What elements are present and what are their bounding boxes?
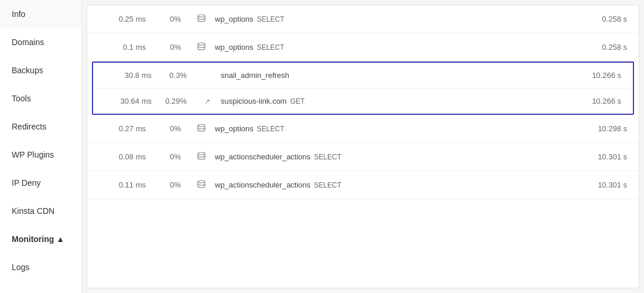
cell-query: snail_admin_refresh [216, 71, 568, 80]
cell-query: suspicious-link.comGET [216, 97, 568, 105]
cell-duration: 10.298 s [574, 124, 627, 133]
cell-duration: 10.301 s [574, 152, 627, 161]
sidebar-item-ip-deny[interactable]: IP Deny [0, 169, 81, 197]
svg-point-1 [198, 43, 205, 45]
query-name: wp_options [215, 15, 254, 23]
cell-percent: 0% [157, 152, 193, 161]
query-keyword: GET [290, 97, 305, 105]
sidebar-item-monitoring[interactable]: Monitoring ▲ [0, 225, 81, 253]
highlighted-group: 30.8 ms0.3%snail_admin_refresh10.266 s30… [92, 62, 634, 115]
db-icon [193, 42, 210, 53]
table-row: 30.8 ms0.3%snail_admin_refresh10.266 s [93, 63, 633, 88]
query-keyword: SELECT [314, 153, 341, 161]
cell-time: 0.11 ms [99, 180, 157, 189]
sidebar-item-info[interactable]: Info [0, 0, 81, 28]
cell-time: 30.64 ms [105, 97, 163, 105]
svg-point-4 [198, 180, 205, 183]
cell-time: 30.8 ms [105, 71, 163, 80]
cell-percent: 0.3% [163, 71, 198, 80]
table-row: 0.08 ms0%wp_actionscheduler_actionsSELEC… [87, 143, 639, 171]
table-row: 30.64 ms0.29%↗suspicious-link.comGET10.2… [93, 88, 633, 114]
table-row: 0.11 ms0%wp_actionscheduler_actionsSELEC… [87, 171, 639, 199]
sidebar-item-domains[interactable]: Domains [0, 28, 81, 56]
cell-duration: 0.258 s [574, 15, 627, 23]
svg-point-2 [198, 124, 205, 127]
cell-percent: 0% [157, 15, 193, 23]
cell-query: wp_optionsSELECT [210, 43, 574, 52]
cell-query: wp_actionscheduler_actionsSELECT [210, 152, 574, 161]
sidebar-item-kinsta-cdn[interactable]: Kinsta CDN [0, 197, 81, 225]
main-content: 0.25 ms0%wp_optionsSELECT0.258 s0.1 ms0%… [87, 5, 639, 288]
query-name: wp_options [215, 43, 254, 52]
db-icon [193, 151, 210, 162]
cell-percent: 0% [157, 43, 193, 52]
arrow-icon: ↗ [198, 97, 216, 105]
query-keyword: SELECT [257, 15, 285, 23]
svg-point-3 [198, 152, 205, 155]
query-keyword: SELECT [314, 181, 341, 189]
cell-time: 0.27 ms [99, 124, 157, 133]
cell-duration: 10.301 s [574, 180, 627, 189]
cell-time: 0.08 ms [99, 152, 157, 161]
cell-duration: 10.266 s [568, 71, 621, 80]
sidebar-item-wp-plugins[interactable]: WP Plugins [0, 141, 81, 169]
cell-percent: 0% [157, 180, 193, 189]
cell-query: wp_optionsSELECT [210, 124, 574, 133]
table-row: 0.25 ms0%wp_optionsSELECT0.258 s [87, 5, 639, 33]
db-icon [193, 179, 210, 190]
query-name: suspicious-link.com [221, 97, 287, 105]
cell-duration: 10.266 s [568, 97, 621, 105]
cell-time: 0.1 ms [99, 43, 157, 52]
sidebar-item-tools[interactable]: Tools [0, 84, 81, 113]
cell-percent: 0% [157, 124, 193, 133]
cell-duration: 0.258 s [574, 43, 627, 52]
query-name: wp_actionscheduler_actions [215, 180, 310, 189]
query-keyword: SELECT [257, 125, 285, 133]
svg-point-0 [198, 15, 205, 17]
cell-time: 0.25 ms [99, 15, 157, 23]
table-row: 0.1 ms0%wp_optionsSELECT0.258 s [87, 33, 639, 62]
sidebar-item-logs[interactable]: Logs [0, 253, 81, 281]
sidebar: InfoDomainsBackupsToolsRedirectsWP Plugi… [0, 0, 82, 293]
query-keyword: SELECT [257, 43, 285, 52]
cell-percent: 0.29% [163, 97, 198, 105]
query-name: snail_admin_refresh [221, 71, 289, 80]
sidebar-item-redirects[interactable]: Redirects [0, 113, 81, 141]
query-name: wp_actionscheduler_actions [215, 152, 310, 161]
cell-query: wp_optionsSELECT [210, 15, 574, 23]
table-row: 0.27 ms0%wp_optionsSELECT10.298 s [87, 115, 639, 143]
db-icon [193, 13, 210, 25]
db-icon [193, 123, 210, 134]
query-name: wp_options [215, 124, 254, 133]
cell-query: wp_actionscheduler_actionsSELECT [210, 180, 574, 189]
sidebar-item-backups[interactable]: Backups [0, 56, 81, 84]
